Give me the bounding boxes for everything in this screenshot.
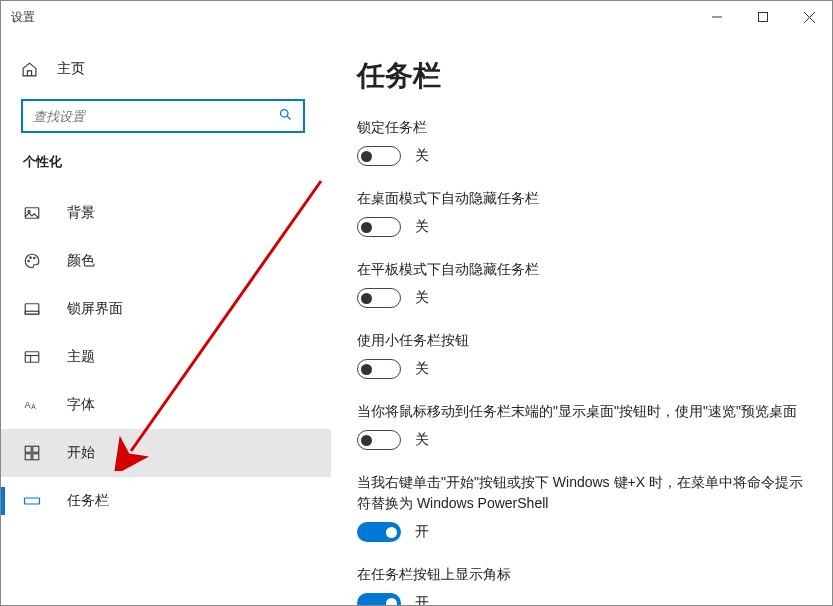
svg-rect-21 [33, 454, 39, 460]
toggle-state-label: 关 [415, 218, 429, 236]
maximize-button[interactable] [740, 1, 786, 33]
sidebar-item-label: 字体 [67, 396, 95, 414]
setting-label: 当我右键单击"开始"按钮或按下 Windows 键+X 时，在菜单中将命令提示符… [357, 472, 812, 514]
titlebar: 设置 [1, 1, 832, 33]
sidebar-item-background[interactable]: 背景 [1, 189, 331, 237]
svg-rect-13 [25, 352, 39, 363]
toggle-switch[interactable] [357, 593, 401, 605]
setting-item: 当你将鼠标移动到任务栏末端的"显示桌面"按钮时，使用"速览"预览桌面关 [357, 401, 812, 450]
palette-icon [23, 252, 45, 270]
sidebar-item-label: 锁屏界面 [67, 300, 123, 318]
toggle-switch[interactable] [357, 359, 401, 379]
home-icon [21, 61, 41, 78]
svg-point-4 [281, 110, 289, 118]
svg-rect-1 [759, 13, 768, 22]
svg-rect-18 [25, 446, 31, 452]
toggle-state-label: 关 [415, 147, 429, 165]
setting-label: 在桌面模式下自动隐藏任务栏 [357, 188, 812, 209]
toggle-state-label: 关 [415, 431, 429, 449]
svg-text:A: A [31, 403, 36, 410]
toggle-switch[interactable] [357, 430, 401, 450]
sidebar-item-start[interactable]: 开始 [1, 429, 331, 477]
setting-label: 当你将鼠标移动到任务栏末端的"显示桌面"按钮时，使用"速览"预览桌面 [357, 401, 812, 422]
sidebar-item-lockscreen[interactable]: 锁屏界面 [1, 285, 331, 333]
sidebar-item-label: 背景 [67, 204, 95, 222]
toggle-switch[interactable] [357, 146, 401, 166]
toggle-state-label: 开 [415, 594, 429, 605]
setting-item: 使用小任务栏按钮关 [357, 330, 812, 379]
search-input[interactable] [21, 99, 305, 133]
svg-rect-19 [33, 446, 39, 452]
picture-icon [23, 204, 45, 222]
setting-label: 锁定任务栏 [357, 117, 812, 138]
page-title: 任务栏 [357, 57, 812, 95]
setting-item: 锁定任务栏关 [357, 117, 812, 166]
svg-text:A: A [25, 400, 31, 410]
home-label: 主页 [57, 60, 85, 78]
sidebar: 主页 个性化 背景 颜色 [1, 33, 331, 605]
setting-item: 在平板模式下自动隐藏任务栏关 [357, 259, 812, 308]
search-field[interactable] [33, 109, 278, 124]
window-title: 设置 [11, 9, 35, 26]
sidebar-item-label: 任务栏 [67, 492, 109, 510]
toggle-switch[interactable] [357, 522, 401, 542]
toggle-state-label: 开 [415, 523, 429, 541]
sidebar-item-taskbar[interactable]: 任务栏 [1, 477, 331, 525]
svg-point-10 [34, 257, 36, 259]
setting-item: 在任务栏按钮上显示角标开 [357, 564, 812, 605]
themes-icon [23, 348, 45, 366]
setting-label: 在平板模式下自动隐藏任务栏 [357, 259, 812, 280]
sidebar-item-label: 开始 [67, 444, 95, 462]
setting-item: 在桌面模式下自动隐藏任务栏关 [357, 188, 812, 237]
toggle-switch[interactable] [357, 288, 401, 308]
window-controls [694, 1, 832, 33]
svg-line-5 [287, 116, 290, 119]
taskbar-icon [23, 492, 45, 510]
svg-point-9 [30, 257, 32, 259]
svg-rect-22 [25, 498, 40, 504]
lockscreen-icon [23, 300, 45, 318]
toggle-state-label: 关 [415, 360, 429, 378]
home-link[interactable]: 主页 [21, 49, 331, 89]
section-title: 个性化 [23, 153, 331, 171]
minimize-button[interactable] [694, 1, 740, 33]
setting-item: 当我右键单击"开始"按钮或按下 Windows 键+X 时，在菜单中将命令提示符… [357, 472, 812, 542]
svg-rect-11 [25, 304, 39, 315]
svg-rect-20 [25, 454, 31, 460]
sidebar-item-fonts[interactable]: AA 字体 [1, 381, 331, 429]
setting-label: 使用小任务栏按钮 [357, 330, 812, 351]
setting-label: 在任务栏按钮上显示角标 [357, 564, 812, 585]
sidebar-item-colors[interactable]: 颜色 [1, 237, 331, 285]
toggle-switch[interactable] [357, 217, 401, 237]
search-icon [278, 107, 293, 125]
close-button[interactable] [786, 1, 832, 33]
svg-rect-12 [25, 311, 39, 314]
sidebar-item-label: 颜色 [67, 252, 95, 270]
svg-point-8 [28, 260, 30, 262]
sidebar-item-themes[interactable]: 主题 [1, 333, 331, 381]
fonts-icon: AA [23, 396, 45, 414]
content-pane: 任务栏 锁定任务栏关在桌面模式下自动隐藏任务栏关在平板模式下自动隐藏任务栏关使用… [331, 33, 832, 605]
start-icon [23, 444, 45, 462]
toggle-state-label: 关 [415, 289, 429, 307]
sidebar-item-label: 主题 [67, 348, 95, 366]
